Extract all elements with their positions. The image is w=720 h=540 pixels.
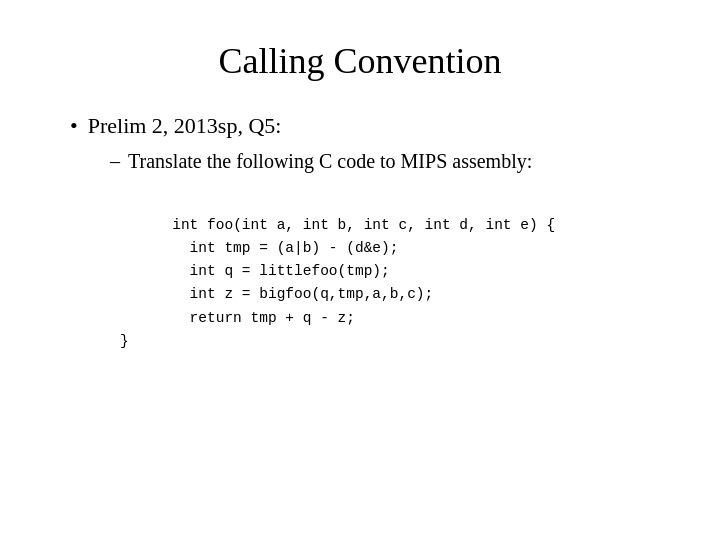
code-line-2: int tmp = (a|b) - (d&e); [120,240,398,256]
code-line-4: int z = bigfoo(q,tmp,a,b,c); [120,286,433,302]
sub-bullet-dash: – [110,147,120,175]
code-block: int foo(int a, int b, int c, int d, int … [120,191,660,377]
bullet-dot: • [70,112,78,141]
code-line-1: int foo(int a, int b, int c, int d, int … [172,217,555,233]
code-line-5: return tmp + q - z; [120,310,355,326]
bullet-section: • Prelim 2, 2013sp, Q5: – Translate the … [60,112,660,376]
sub-bullet-text: Translate the following C code to MIPS a… [128,147,532,175]
code-line-6: } [120,333,129,349]
main-bullet: • Prelim 2, 2013sp, Q5: [70,112,660,141]
slide-title: Calling Convention [60,40,660,82]
code-line-3: int q = littlefoo(tmp); [120,263,390,279]
sub-bullet: – Translate the following C code to MIPS… [110,147,660,175]
main-bullet-text: Prelim 2, 2013sp, Q5: [88,112,282,141]
slide: Calling Convention • Prelim 2, 2013sp, Q… [0,0,720,540]
